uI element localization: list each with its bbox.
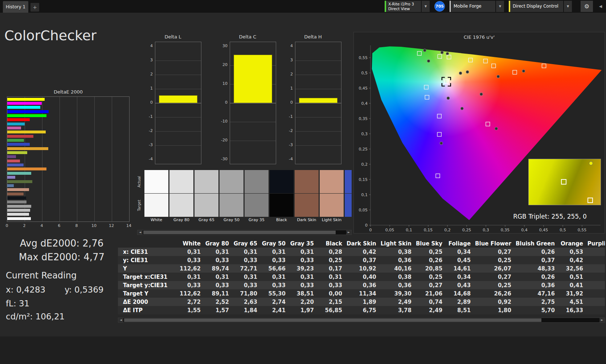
patch-gray-80: Gray 80 (169, 170, 193, 223)
table-cell: 0,18 (587, 256, 605, 264)
table-cell: 26,07 (475, 264, 516, 273)
meter-name: X-Rite i1Pro 3 (388, 2, 421, 7)
deltae-bar-cyan (7, 123, 25, 125)
table-scroll-thumb[interactable] (124, 318, 541, 322)
measured-point (497, 75, 500, 78)
table-cell: 0,28 (318, 248, 347, 256)
collapse-panel-icon[interactable]: ◀ (596, 1, 605, 12)
delta-c-axis-labels: 3020100-10-20-30 (220, 42, 228, 164)
display-control-chevron-down-icon[interactable]: ▼ (564, 1, 572, 12)
measured-point (522, 70, 525, 73)
table-cell: 1,80 (475, 306, 516, 314)
source-chevron-down-icon[interactable]: ▼ (496, 1, 504, 12)
table-header-row: WhiteGray 80Gray 65Gray 50Gray 35BlackDa… (118, 239, 605, 248)
svg-text:0,45: 0,45 (359, 86, 368, 91)
deltae-bar-blue (7, 143, 30, 146)
axis-tick-label: 0 (145, 100, 153, 105)
column-header-bluish-green: Bluish Green (516, 239, 559, 248)
cie-zoom-inset (528, 159, 601, 205)
table-cell: 0,42 (559, 256, 587, 264)
table-cell: 0,31 (290, 273, 318, 281)
gridline (155, 103, 201, 103)
table-cell: 2,72 (177, 298, 205, 306)
axis-tick-label: 0 (220, 100, 228, 105)
delta-c-chart-title: Delta C (220, 34, 276, 40)
deltae-bar-purple (7, 155, 16, 158)
patch-actual-color (195, 170, 218, 193)
delta-bar (159, 95, 197, 103)
patch-strip-scrollbar[interactable]: ◄ ► (137, 230, 352, 235)
table-cell: 16,33 (559, 306, 587, 314)
row-label: Y (118, 264, 177, 273)
table-scrollbar[interactable]: ◄ ► (118, 318, 605, 323)
cie-1976-panel: CIE 1976 u'v' 00,050,10,150,20,250,30,35… (353, 32, 605, 233)
scroll-right-icon[interactable]: ► (346, 230, 351, 235)
table-row: ΔE ITP1,551,571,842,411,9756,856,753,782… (118, 306, 605, 314)
row-label: ΔE 2000 (118, 298, 177, 306)
table-cell: 2,15 (318, 298, 347, 306)
table-cell: 0,26 (416, 256, 447, 264)
deltae-bar-foliage (7, 180, 32, 183)
patch-target-color (270, 194, 294, 217)
row-label: y: CIE31 (118, 256, 177, 264)
column-header-black: Black (318, 239, 347, 248)
deltae-bar-100-cyan (7, 106, 40, 109)
scroll-left-icon[interactable]: ◄ (118, 318, 123, 322)
deltae-bar-gray-35 (7, 200, 26, 203)
table-cell: 55,30 (262, 289, 290, 298)
patch-label: Gray 50 (220, 218, 243, 223)
table-body: x: CIE310,310,310,310,310,310,280,420,38… (118, 248, 605, 314)
gridline (155, 145, 201, 146)
axis-tick-label: 2 (285, 72, 293, 76)
source-selector[interactable]: Mobile Forge (450, 1, 495, 12)
svg-text:0,4: 0,4 (521, 228, 528, 232)
gridline (94, 97, 95, 222)
table-cell: 71,80 (233, 289, 262, 298)
table-cell: 0,38 (381, 248, 416, 256)
table-cell: 48,33 (516, 264, 559, 273)
table-cell: 2,49 (381, 298, 416, 306)
table-cell: 10,92 (347, 264, 381, 273)
axis-tick-label: 8 (73, 223, 80, 228)
svg-text:0,1: 0,1 (361, 193, 368, 197)
gridline (230, 103, 276, 103)
gear-icon[interactable]: ⚙ (581, 1, 593, 12)
axis-tick-label: -3 (145, 142, 153, 147)
table-cell: 2,63 (233, 298, 262, 306)
target-point (425, 95, 429, 99)
axis-tick-label: -1 (145, 114, 153, 119)
axis-tick-label: 0 (4, 223, 10, 228)
svg-text:0,25: 0,25 (359, 147, 368, 152)
deltae-bar-red (7, 135, 33, 138)
target-point (417, 51, 421, 55)
scroll-left-icon[interactable]: ◄ (138, 230, 143, 235)
deltae-bar-100-blue (7, 110, 49, 113)
table-cell: 0,33 (290, 256, 318, 264)
tab-history-1[interactable]: History 1 (3, 1, 28, 13)
measured-point (441, 51, 443, 54)
axis-tick-label: 2 (145, 72, 153, 76)
table-cell: 0,40 (347, 273, 381, 281)
patch-label: Gray 35 (245, 218, 269, 223)
table-cell: 0,37 (347, 256, 381, 264)
scroll-right-icon[interactable]: ► (599, 318, 605, 322)
table-cell: 0,21 (587, 248, 605, 256)
table-cell: 0,22 (587, 273, 605, 281)
table-row: Target x:CIE310,310,310,310,310,310,310,… (118, 273, 605, 281)
measured-point (427, 59, 430, 62)
patch-strip-scroll-thumb[interactable] (143, 231, 336, 234)
table-cell: 40,16 (381, 264, 416, 273)
table-cell: 1,84 (233, 306, 262, 314)
svg-text:0,2: 0,2 (444, 228, 451, 232)
meter-mode: Direct View (388, 7, 421, 11)
table-cell: 1,89 (347, 298, 381, 306)
meter-selector[interactable]: X-Rite i1Pro 3 Direct View (385, 1, 421, 12)
axis-tick-label: 0 (285, 100, 293, 105)
measured-point (480, 93, 483, 96)
table-cell: 14,68 (447, 289, 475, 298)
display-control-selector[interactable]: Direct Display Control (509, 1, 563, 12)
table-cell: 0,31 (262, 248, 290, 256)
meter-chevron-down-icon[interactable]: ▼ (422, 1, 430, 12)
table-header: WhiteGray 80Gray 65Gray 50Gray 35BlackDa… (118, 239, 605, 248)
add-tab-button[interactable]: + (30, 3, 39, 12)
